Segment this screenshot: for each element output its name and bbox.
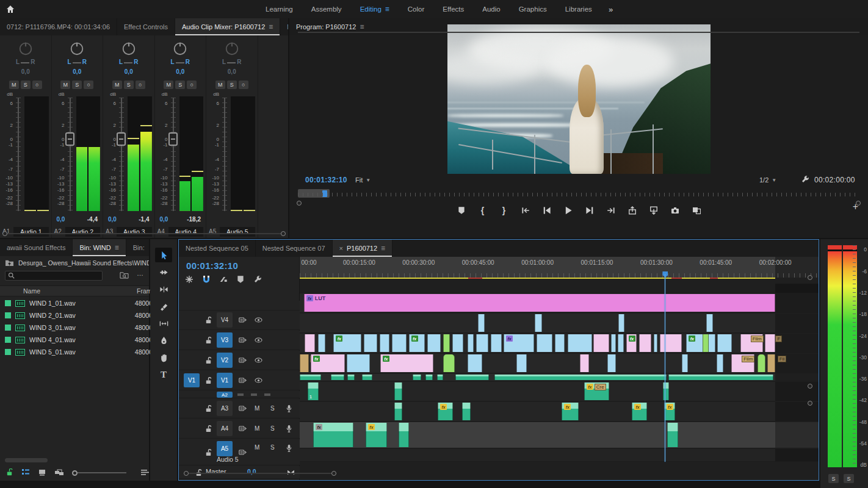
project-panel-tab[interactable]: Bin: (126, 239, 149, 256)
timeline-clip[interactable] (347, 354, 370, 372)
export-frame-button[interactable] (668, 204, 682, 217)
timeline-clip[interactable] (717, 334, 732, 352)
project-panel-tab[interactable]: awaii Sound Effects (0, 239, 73, 256)
solo-left-button[interactable]: S (828, 474, 839, 483)
linked-selection-icon[interactable] (219, 275, 228, 285)
list-view-button[interactable] (21, 468, 30, 477)
track-target-a2[interactable]: A2 (217, 392, 233, 398)
label-color-swatch[interactable] (5, 300, 11, 306)
timeline-lane-gap[interactable] (300, 284, 819, 293)
panel-menu-icon[interactable]: ≡ (115, 244, 119, 251)
timeline-clip[interactable] (494, 375, 667, 380)
voiceover-record-icon[interactable] (284, 425, 294, 433)
workspace-tab-graphics[interactable]: Graphics (510, 0, 556, 18)
timeline-clip[interactable]: fx (409, 334, 425, 352)
timeline-clip[interactable]: Film (740, 334, 763, 352)
timeline-clip[interactable] (437, 375, 443, 380)
timeline-clip[interactable] (618, 314, 624, 332)
play-button[interactable] (562, 204, 575, 217)
timeline-clip[interactable]: fx (626, 334, 637, 352)
sync-lock-icon[interactable] (237, 336, 247, 345)
pan-knob[interactable] (69, 40, 85, 56)
mute-track-button[interactable]: M (255, 425, 259, 432)
timeline-track-area[interactable]: 00:0000:00:15:0000:00:30:0000:00:45:0000… (300, 257, 819, 480)
timeline-clip[interactable] (476, 334, 488, 352)
volume-fader[interactable] (117, 132, 126, 146)
timeline-clip[interactable] (580, 354, 589, 372)
mute-button[interactable]: M (164, 81, 173, 89)
search-bin-icon[interactable] (120, 271, 129, 280)
program-scrub-bar[interactable] (298, 189, 859, 200)
timeline-clip[interactable]: fx (313, 423, 353, 447)
timeline-clip[interactable] (535, 314, 542, 332)
timeline-clip[interactable] (639, 334, 651, 352)
file-row[interactable]: WIND 1_01.wav48000 (0, 297, 149, 309)
zoom-level-select[interactable]: Fit▼ (355, 176, 371, 184)
home-icon[interactable] (0, 0, 21, 18)
panel-menu-icon[interactable]: ≡ (269, 23, 273, 30)
timeline-clip[interactable] (362, 375, 372, 380)
voiceover-record-icon[interactable] (284, 404, 294, 413)
scrollbar-handle[interactable] (808, 401, 812, 406)
voiceover-record-icon[interactable] (284, 443, 294, 452)
timeline-clip[interactable] (394, 403, 403, 420)
track-select-forward-tool[interactable] (155, 265, 172, 279)
scrollbar-handle[interactable] (331, 471, 336, 476)
search-field[interactable] (17, 272, 90, 280)
add-marker-icon[interactable] (236, 275, 245, 285)
hand-tool[interactable] (155, 350, 172, 365)
sort-icons-button[interactable] (140, 469, 150, 477)
timeline-clip[interactable] (516, 354, 527, 372)
more-options[interactable]: … (137, 270, 143, 277)
record-automation-button[interactable]: ○ (84, 81, 93, 89)
timeline-ruler[interactable]: 00:0000:00:15:0000:00:30:0000:00:45:0000… (300, 257, 819, 278)
volume-fader[interactable] (65, 132, 74, 146)
sync-lock-icon[interactable] (237, 404, 247, 413)
record-automation-button[interactable]: ○ (187, 81, 197, 89)
sequence-tab[interactable]: ×P1600712≡ (333, 240, 393, 257)
timeline-lane-v2[interactable]: fxfxfxfxfxFilmF (300, 334, 819, 353)
track-lock-icon[interactable] (203, 356, 213, 365)
snap-icon[interactable] (202, 275, 211, 285)
timeline-clip[interactable] (654, 334, 658, 352)
mark-out-button[interactable]: } (497, 204, 511, 217)
timeline-clip[interactable] (399, 423, 409, 447)
track-lock-icon[interactable] (203, 316, 213, 325)
scrollbar-handle[interactable] (808, 384, 812, 389)
timeline-clip[interactable] (668, 375, 774, 380)
record-automation-button[interactable]: ○ (239, 81, 248, 89)
workspace-tab-editing[interactable]: Editing≡ (351, 0, 399, 18)
source-patch-v1[interactable]: V1 (184, 373, 200, 387)
sync-lock-icon[interactable] (237, 376, 247, 385)
zoom-slider[interactable] (72, 470, 126, 476)
file-row[interactable]: WIND 2_01.wav48000 (0, 309, 149, 321)
lift-button[interactable] (626, 204, 639, 217)
track-name-label[interactable]: Audio 5 (217, 456, 239, 463)
ripple-edit-tool[interactable] (155, 282, 172, 296)
label-color-swatch[interactable] (5, 349, 11, 355)
track-output-eye-icon[interactable] (253, 316, 263, 325)
timeline-clip[interactable] (455, 375, 489, 380)
track-target-a5[interactable]: A5 (217, 441, 233, 456)
button-editor-plus[interactable]: + (853, 201, 858, 212)
timeline-clip[interactable] (394, 382, 403, 400)
timeline-clip[interactable] (706, 314, 713, 332)
timeline-clip[interactable] (660, 334, 682, 352)
timeline-clip[interactable] (443, 354, 455, 372)
timeline-clip[interactable]: fx (686, 334, 715, 352)
track-output-eye-icon[interactable] (253, 356, 263, 365)
mute-button[interactable]: M (112, 81, 122, 89)
mute-track-button[interactable]: M (255, 405, 259, 412)
workspace-overflow-chevron[interactable]: » (599, 0, 621, 18)
timeline-clip[interactable]: fx (632, 403, 647, 420)
comparison-view-button[interactable] (690, 204, 703, 217)
project-horizontal-scrollbar[interactable] (5, 458, 48, 462)
record-automation-button[interactable]: ○ (32, 81, 42, 89)
timeline-lane-a12[interactable] (300, 374, 819, 381)
track-output-eye-icon[interactable] (253, 376, 263, 385)
solo-track-button[interactable]: S (270, 405, 275, 412)
fader-track[interactable] (68, 98, 73, 211)
timeline-clip[interactable] (478, 314, 485, 332)
settings-wrench-icon[interactable] (801, 175, 809, 185)
mute-button[interactable]: M (9, 81, 19, 89)
